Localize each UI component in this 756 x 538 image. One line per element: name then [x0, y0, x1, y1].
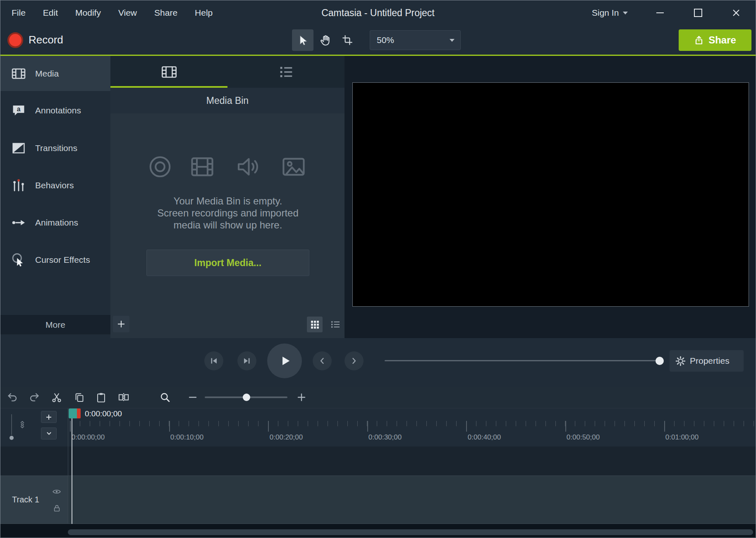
- redo-button[interactable]: [28, 391, 41, 404]
- ruler-major-tick: [268, 421, 269, 432]
- menu-file[interactable]: File: [3, 0, 34, 25]
- grid-view-button[interactable]: [307, 317, 323, 332]
- menu-edit[interactable]: Edit: [34, 0, 67, 25]
- sign-in-button[interactable]: Sign In: [587, 0, 633, 25]
- properties-label: Properties: [690, 356, 730, 366]
- track-height-zoom-icon: [19, 421, 26, 428]
- timeline-scrollbar-thumb[interactable]: [68, 529, 753, 535]
- undo-button[interactable]: [6, 391, 19, 404]
- lock-icon: [54, 504, 60, 512]
- media-bin-header: Media Bin: [110, 88, 345, 113]
- canvas-zoom-dropdown[interactable]: 50%: [370, 30, 461, 50]
- list-view-button[interactable]: [328, 317, 343, 332]
- ruler-major-tick: [367, 421, 368, 432]
- undo-icon: [7, 391, 18, 403]
- add-media-button[interactable]: [113, 316, 129, 332]
- playhead-time: 0:00:00;00: [85, 409, 122, 418]
- track-height-slider-handle[interactable]: [10, 436, 14, 440]
- sidebar-item-label: Transitions: [35, 143, 77, 153]
- library-tab-icon: [278, 64, 294, 80]
- timeline-empty-area[interactable]: [0, 447, 756, 476]
- menu-view[interactable]: View: [110, 0, 146, 25]
- sidebar-item-animations[interactable]: Animations: [0, 206, 110, 239]
- empty-line-2: Screen recordings and imported: [122, 207, 334, 219]
- maximize-icon: [694, 9, 702, 17]
- play-button[interactable]: [267, 343, 302, 378]
- sidebar-item-cursor-effects[interactable]: Cursor Effects: [0, 243, 110, 276]
- playhead-handle[interactable]: [69, 408, 77, 418]
- cut-button[interactable]: [50, 391, 63, 404]
- crop-tool-button[interactable]: [337, 29, 358, 51]
- copy-button[interactable]: [73, 391, 85, 404]
- paste-button[interactable]: [95, 391, 107, 404]
- track-lock-button[interactable]: [54, 504, 60, 512]
- import-media-button[interactable]: Import Media...: [146, 250, 309, 276]
- playhead-line[interactable]: [72, 418, 72, 524]
- zoom-out-button[interactable]: [187, 391, 199, 404]
- menubar: File Edit Modify View Share Help: [3, 0, 221, 25]
- minimize-button[interactable]: [648, 0, 672, 25]
- image-media-icon: [281, 154, 306, 180]
- grid-view-icon: [311, 321, 319, 329]
- menu-help[interactable]: Help: [186, 0, 221, 25]
- redo-icon: [29, 391, 40, 403]
- audio-media-icon: [235, 154, 261, 180]
- properties-button[interactable]: Properties: [670, 350, 744, 372]
- split-button[interactable]: [117, 391, 130, 404]
- ruler-major-tick: [664, 421, 665, 432]
- record-button[interactable]: Record: [7, 25, 63, 55]
- sidebar-item-transitions[interactable]: Transitions: [0, 132, 110, 165]
- plus-icon: [117, 319, 126, 329]
- ruler-label: 0:00:20;00: [270, 433, 303, 442]
- chevron-down-icon: [45, 430, 53, 437]
- media-bin-tab[interactable]: [110, 56, 227, 88]
- track-header[interactable]: Track 1: [0, 476, 68, 524]
- sidebar-item-label: Cursor Effects: [35, 255, 90, 265]
- playhead-out-handle[interactable]: [77, 408, 81, 418]
- track-visibility-button[interactable]: [53, 489, 61, 495]
- sidebar-item-annotations[interactable]: a Annotations: [0, 94, 110, 127]
- menu-share[interactable]: Share: [146, 0, 186, 25]
- pointer-tool-button[interactable]: [292, 29, 313, 51]
- pointer-icon: [297, 35, 309, 46]
- sidebar-item-media[interactable]: Media: [0, 56, 110, 91]
- scrubber-track[interactable]: [385, 360, 662, 361]
- scissors-icon: [51, 391, 62, 403]
- zoom-in-button[interactable]: [295, 391, 308, 404]
- next-frame-button[interactable]: [237, 351, 256, 370]
- next-button[interactable]: [345, 351, 364, 370]
- record-media-icon: [147, 154, 173, 180]
- close-icon: [732, 9, 740, 17]
- record-label: Record: [29, 34, 63, 46]
- ruler-label: 0:00:00;00: [72, 433, 105, 442]
- share-icon: [694, 35, 704, 45]
- close-button[interactable]: [725, 0, 748, 25]
- collapse-tracks-button[interactable]: [41, 428, 57, 440]
- timeline-zoom-icon: [159, 391, 171, 404]
- maximize-button[interactable]: [687, 0, 710, 25]
- scrubber-handle[interactable]: [656, 357, 664, 365]
- sidebar-more-button[interactable]: More: [0, 315, 110, 334]
- library-tab[interactable]: [227, 56, 345, 88]
- add-track-button[interactable]: [41, 411, 57, 423]
- play-icon: [276, 352, 293, 370]
- sidebar-item-behaviors[interactable]: Behaviors: [0, 169, 110, 202]
- media-bin-empty-message: Your Media Bin is empty. Screen recordin…: [122, 195, 334, 231]
- timeline-zoom-handle[interactable]: [243, 394, 250, 401]
- preview-canvas[interactable]: [352, 82, 749, 307]
- minimize-icon: [656, 12, 664, 13]
- share-button[interactable]: Share: [679, 29, 751, 51]
- plus-icon: [297, 392, 306, 402]
- prev-frame-button[interactable]: [204, 351, 223, 370]
- video-media-icon: [189, 154, 215, 180]
- ruler-major-tick: [169, 421, 170, 432]
- eye-icon: [53, 489, 61, 495]
- cursor-effects-icon: [10, 252, 27, 267]
- menu-modify[interactable]: Modify: [67, 0, 110, 25]
- track-height-slider-track[interactable]: [11, 414, 12, 435]
- plus-icon: [45, 414, 52, 420]
- previous-button[interactable]: [313, 351, 332, 370]
- paste-icon: [96, 392, 107, 403]
- track-lane[interactable]: [68, 476, 756, 524]
- pan-tool-button[interactable]: [314, 29, 336, 51]
